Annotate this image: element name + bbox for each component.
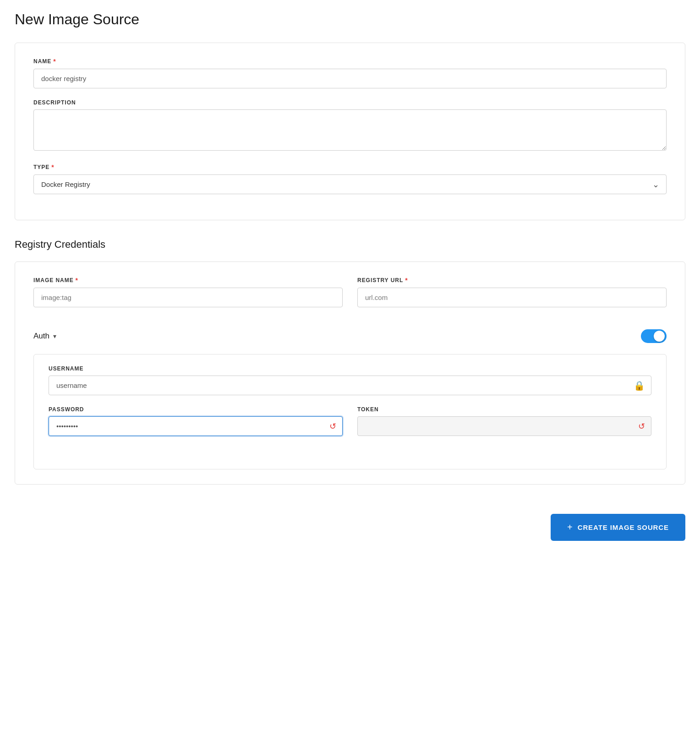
- credentials-section: Registry Credentials IMAGE NAME * REGIST…: [15, 239, 685, 485]
- password-label: PASSWORD: [49, 406, 343, 413]
- type-select-wrapper: Docker Registry ECR GCR ACR ⌄: [33, 174, 667, 194]
- type-required-star: *: [51, 163, 54, 171]
- name-field-group: NAME *: [33, 58, 667, 88]
- token-input-wrapper: ↺: [357, 416, 651, 436]
- type-field-group: TYPE * Docker Registry ECR GCR ACR ⌄: [33, 163, 667, 194]
- name-input[interactable]: [33, 69, 667, 88]
- token-label: TOKEN: [357, 406, 651, 413]
- image-name-input[interactable]: [33, 288, 343, 307]
- basic-section-card: NAME * DESCRIPTION TYPE * Docker Registr…: [15, 43, 685, 220]
- token-field-group: TOKEN ↺: [357, 406, 651, 436]
- bottom-bar: + CREATE IMAGE SOURCE: [15, 503, 685, 541]
- create-button-label: CREATE IMAGE SOURCE: [578, 523, 669, 531]
- registry-url-required-star: *: [405, 277, 408, 284]
- image-name-label: IMAGE NAME *: [33, 277, 343, 284]
- auth-toggle[interactable]: [641, 329, 667, 343]
- description-input[interactable]: [33, 109, 667, 151]
- name-required-star: *: [53, 58, 56, 65]
- name-label: NAME *: [33, 58, 667, 65]
- image-registry-row: IMAGE NAME * REGISTRY URL *: [33, 277, 667, 318]
- password-field-group: PASSWORD ↺: [49, 406, 343, 436]
- username-input-wrapper: 🔒: [49, 376, 651, 395]
- auth-toggle-slider: [641, 329, 667, 343]
- token-refresh-icon: ↺: [638, 421, 645, 431]
- password-token-row: PASSWORD ↺ TOKEN ↺: [49, 406, 651, 447]
- registry-url-input[interactable]: [357, 288, 667, 307]
- auth-chevron-icon[interactable]: ▾: [53, 332, 56, 340]
- refresh-icon[interactable]: ↺: [329, 421, 336, 431]
- create-image-source-button[interactable]: + CREATE IMAGE SOURCE: [551, 514, 685, 541]
- token-input[interactable]: [357, 416, 651, 436]
- auth-row: Auth ▾: [33, 329, 667, 343]
- registry-url-field-group: REGISTRY URL *: [357, 277, 667, 307]
- page-title: New Image Source: [15, 11, 685, 28]
- plus-icon: +: [567, 522, 573, 533]
- image-name-required-star: *: [76, 277, 78, 284]
- credentials-section-card: IMAGE NAME * REGISTRY URL * Auth ▾: [15, 261, 685, 485]
- username-field-group: USERNAME 🔒: [49, 365, 651, 395]
- credentials-title: Registry Credentials: [15, 239, 685, 251]
- description-field-group: DESCRIPTION: [33, 99, 667, 153]
- password-input[interactable]: [49, 416, 343, 436]
- password-input-wrapper: ↺: [49, 416, 343, 436]
- registry-url-label: REGISTRY URL *: [357, 277, 667, 284]
- type-label: TYPE *: [33, 163, 667, 171]
- username-label: USERNAME: [49, 365, 651, 372]
- username-input[interactable]: [49, 376, 651, 395]
- description-label: DESCRIPTION: [33, 99, 667, 106]
- type-select[interactable]: Docker Registry ECR GCR ACR: [33, 174, 667, 194]
- auth-section-card: USERNAME 🔒 PASSWORD ↺ TOKEN: [33, 354, 667, 469]
- image-name-field-group: IMAGE NAME *: [33, 277, 343, 307]
- lock-icon: 🔒: [634, 380, 645, 391]
- auth-label-group: Auth ▾: [33, 332, 56, 341]
- auth-label: Auth: [33, 332, 49, 341]
